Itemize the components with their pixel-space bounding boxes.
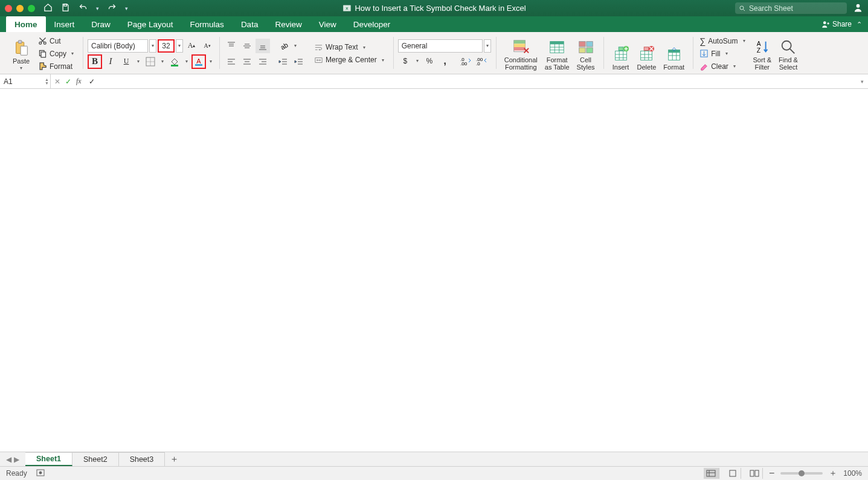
font-color-button[interactable]: A [191, 54, 206, 69]
copy-button[interactable]: Copy▾ [36, 48, 78, 60]
fill-color-button[interactable] [167, 54, 182, 69]
next-sheet-icon[interactable]: ▶ [14, 455, 19, 464]
borders-button[interactable] [143, 54, 158, 69]
page-layout-view-icon[interactable] [725, 468, 741, 479]
bold-button[interactable]: B [88, 54, 102, 69]
tab-developer[interactable]: Developer [345, 16, 399, 32]
tab-draw[interactable]: Draw [83, 16, 119, 32]
expand-formula-bar-icon[interactable]: ▾ [856, 74, 868, 88]
underline-button[interactable]: U [119, 54, 133, 69]
tab-formulas[interactable]: Formulas [182, 16, 233, 32]
decrease-font-icon[interactable]: A▾ [200, 39, 214, 53]
name-box[interactable]: A1▲▼ [0, 74, 51, 88]
save-icon[interactable] [61, 3, 70, 14]
minimize-window-icon[interactable] [16, 5, 24, 12]
clear-button[interactable]: Clear▾ [698, 60, 749, 73]
formula-input[interactable]: ✓ [85, 74, 856, 88]
account-icon[interactable] [853, 2, 863, 15]
paste-button[interactable]: Paste▾ [8, 35, 34, 73]
sheet-tab-3[interactable]: Sheet3 [119, 452, 166, 466]
share-button[interactable]: Share [821, 20, 852, 28]
currency-icon[interactable]: $ [398, 54, 413, 68]
font-size-input[interactable]: 32 [158, 39, 175, 53]
tab-view[interactable]: View [310, 16, 345, 32]
svg-text:A: A [756, 41, 760, 47]
maximize-window-icon[interactable] [28, 5, 35, 12]
close-window-icon[interactable] [5, 5, 12, 12]
increase-decimal-icon[interactable]: .0.00 [458, 54, 473, 68]
zoom-out-button[interactable]: − [769, 468, 774, 479]
align-right-icon[interactable] [256, 54, 270, 69]
percent-icon[interactable]: % [422, 54, 437, 68]
autosum-button[interactable]: ∑AutoSum▾ [698, 35, 749, 47]
decrease-decimal-icon[interactable]: .00.0 [474, 54, 489, 68]
currency-dropdown-icon[interactable]: ▾ [414, 58, 421, 63]
font-color-dropdown-icon[interactable]: ▾ [207, 59, 214, 64]
font-size-dropdown-icon[interactable]: ▾ [176, 39, 183, 53]
merge-center-button[interactable]: Merge & Center▾ [312, 54, 388, 66]
ribbon-tabs: Home Insert Draw Page Layout Formulas Da… [0, 16, 868, 32]
format-cells-button[interactable]: Format [660, 35, 688, 73]
namebox-stepper-icon[interactable]: ▲▼ [45, 78, 49, 85]
zoom-level[interactable]: 100% [843, 469, 862, 478]
increase-indent-icon[interactable] [292, 54, 306, 69]
conditional-formatting-button[interactable]: Conditional Formatting [501, 35, 541, 73]
decrease-indent-icon[interactable] [276, 54, 291, 69]
macro-record-icon[interactable] [36, 468, 45, 479]
align-bottom-icon[interactable] [256, 39, 270, 53]
redo-icon[interactable] [108, 3, 117, 14]
tab-review[interactable]: Review [266, 16, 310, 32]
enter-formula-icon[interactable]: ✓ [65, 77, 71, 86]
undo-icon[interactable] [79, 3, 88, 14]
font-name-select[interactable]: Calibri (Body) [88, 39, 148, 53]
zoom-in-button[interactable]: ＋ [829, 468, 837, 479]
delete-cells-button[interactable]: Delete [634, 35, 660, 73]
wrap-text-button[interactable]: Wrap Text▾ [312, 41, 388, 53]
sort-filter-button[interactable]: AZSort & Filter [750, 35, 776, 73]
number-format-select[interactable]: General [398, 39, 483, 53]
page-break-view-icon[interactable] [747, 468, 763, 479]
format-painter-button[interactable]: Format [36, 60, 78, 73]
italic-button[interactable]: I [103, 54, 118, 69]
sheet-tab-2[interactable]: Sheet2 [72, 452, 119, 466]
find-select-button[interactable]: Find & Select [775, 35, 802, 73]
fill-color-dropdown-icon[interactable]: ▾ [183, 59, 190, 64]
tab-data[interactable]: Data [233, 16, 267, 32]
format-as-table-button[interactable]: Format as Table [541, 35, 573, 73]
home-icon[interactable] [43, 3, 53, 14]
collapse-ribbon-icon[interactable]: ⌃ [857, 21, 862, 28]
qat-customize-icon[interactable]: ▾ [125, 5, 128, 11]
add-sheet-button[interactable]: ＋ [165, 452, 183, 466]
align-middle-icon[interactable] [240, 39, 254, 53]
orientation-icon[interactable]: ab [276, 39, 291, 53]
align-center-icon[interactable] [240, 54, 254, 69]
zoom-slider[interactable] [780, 472, 823, 475]
sheet-tab-1[interactable]: Sheet1 [25, 452, 72, 466]
undo-dropdown-icon[interactable]: ▾ [96, 5, 99, 11]
tab-page-layout[interactable]: Page Layout [119, 16, 182, 32]
cut-button[interactable]: Cut [36, 35, 78, 47]
align-left-icon[interactable] [224, 54, 239, 69]
orientation-dropdown-icon[interactable]: ▾ [292, 43, 299, 48]
prev-sheet-icon[interactable]: ◀ [6, 455, 11, 464]
tab-insert[interactable]: Insert [46, 16, 83, 32]
fill-button[interactable]: Fill▾ [698, 48, 749, 60]
spreadsheet-grid[interactable] [0, 89, 868, 452]
comma-icon[interactable]: , [438, 54, 452, 68]
ribbon: Paste▾ Cut Copy▾ Format Calibri (Body)▾ … [0, 32, 868, 74]
insert-function-icon[interactable]: fx [76, 77, 82, 86]
group-alignment: ab▾ Wrap Text▾ Merge & Center▾ [219, 33, 393, 74]
font-name-dropdown-icon[interactable]: ▾ [149, 39, 156, 53]
number-format-dropdown-icon[interactable]: ▾ [484, 39, 491, 53]
tab-home[interactable]: Home [6, 16, 46, 32]
increase-font-icon[interactable]: A▴ [184, 39, 199, 53]
borders-dropdown-icon[interactable]: ▾ [159, 59, 166, 64]
align-top-icon[interactable] [224, 39, 239, 53]
insert-cells-button[interactable]: Insert [608, 35, 634, 73]
search-sheet-input[interactable]: Search Sheet [735, 2, 847, 14]
normal-view-icon[interactable] [704, 468, 719, 479]
underline-dropdown-icon[interactable]: ▾ [135, 59, 142, 64]
group-styles: Conditional Formatting Format as Table C… [496, 33, 603, 74]
cell-styles-button[interactable]: Cell Styles [573, 35, 599, 73]
cancel-formula-icon[interactable]: ✕ [54, 77, 60, 86]
